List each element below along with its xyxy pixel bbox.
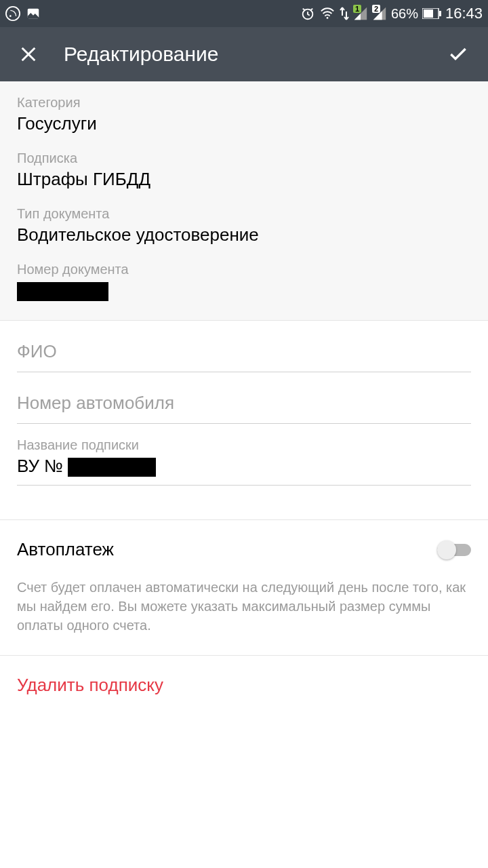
car-number-input[interactable] bbox=[17, 393, 471, 414]
autopay-toggle[interactable] bbox=[437, 540, 471, 560]
doc-number-label: Номер документа bbox=[17, 262, 471, 277]
subscription-name-label: Название подписки bbox=[17, 437, 471, 453]
form-block: Название подписки ВУ № bbox=[0, 321, 488, 519]
status-left bbox=[5, 6, 41, 21]
svg-rect-6 bbox=[424, 9, 433, 18]
wifi-icon bbox=[319, 6, 336, 21]
delete-block: Удалить подписку bbox=[0, 656, 488, 715]
doc-number-field[interactable]: Номер документа bbox=[17, 262, 471, 301]
close-icon bbox=[19, 45, 38, 64]
category-label: Категория bbox=[17, 95, 471, 111]
subscription-field[interactable]: Подписка Штрафы ГИБДД bbox=[17, 151, 471, 190]
close-button[interactable] bbox=[14, 39, 43, 69]
doc-type-label: Тип документа bbox=[17, 206, 471, 222]
autopay-description: Счет будет оплачен автоматически на след… bbox=[17, 578, 471, 635]
fio-field[interactable] bbox=[17, 321, 471, 372]
doc-type-field[interactable]: Тип документа Водительское удостоверение bbox=[17, 206, 471, 245]
sim2-badge: 2 bbox=[372, 5, 380, 13]
delete-subscription-button[interactable]: Удалить подписку bbox=[17, 675, 471, 696]
doc-number-value bbox=[17, 280, 471, 301]
page-title: Редактирование bbox=[64, 43, 442, 66]
status-right: 1 2 66% 16:43 bbox=[300, 5, 483, 22]
alarm-icon bbox=[300, 6, 315, 21]
svg-point-1 bbox=[9, 15, 12, 17]
subscription-value: Штрафы ГИБДД bbox=[17, 169, 471, 190]
toggle-thumb bbox=[437, 540, 456, 559]
category-value: Госуслуги bbox=[17, 113, 471, 134]
confirm-button[interactable] bbox=[442, 38, 474, 71]
doc-type-value: Водительское удостоверение bbox=[17, 224, 471, 245]
autopay-title: Автоплатеж bbox=[17, 539, 114, 560]
subscription-name-field[interactable]: Название подписки ВУ № bbox=[17, 424, 471, 486]
clock-text: 16:43 bbox=[445, 5, 483, 22]
signal-sim1-icon: 1 bbox=[353, 6, 368, 21]
autopay-block: Автоплатеж Счет будет оплачен автоматиче… bbox=[0, 520, 488, 655]
car-number-field[interactable] bbox=[17, 372, 471, 424]
fio-input[interactable] bbox=[17, 341, 471, 362]
check-icon bbox=[447, 43, 469, 65]
subscription-label: Подписка bbox=[17, 151, 471, 166]
data-arrows-icon bbox=[340, 6, 349, 21]
svg-point-4 bbox=[327, 17, 329, 19]
sim1-badge: 1 bbox=[353, 5, 361, 13]
svg-point-0 bbox=[6, 7, 20, 20]
subscription-name-prefix: ВУ № bbox=[17, 456, 68, 476]
category-field[interactable]: Категория Госуслуги bbox=[17, 95, 471, 134]
viber-icon bbox=[5, 6, 20, 21]
subscription-name-value: ВУ № bbox=[17, 456, 471, 477]
app-header: Редактирование bbox=[0, 27, 488, 81]
battery-icon bbox=[422, 8, 441, 19]
status-bar: 1 2 66% 16:43 bbox=[0, 0, 488, 27]
signal-sim2-icon: 2 bbox=[372, 6, 387, 21]
svg-rect-7 bbox=[439, 11, 441, 16]
battery-pct: 66% bbox=[391, 6, 418, 22]
picture-icon bbox=[26, 6, 41, 21]
info-block: Категория Госуслуги Подписка Штрафы ГИБД… bbox=[0, 81, 488, 320]
